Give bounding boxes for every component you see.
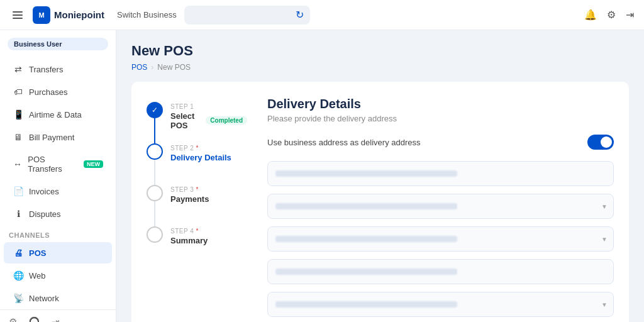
sidebar-item-pos[interactable]: 🖨 POS	[4, 242, 112, 264]
brand-name: Moniepoint	[54, 9, 104, 20]
step-1-label: STEP 1	[170, 103, 247, 110]
pos-icon: 🖨	[13, 248, 24, 258]
sidebar-item-disputes[interactable]: ℹ Disputes	[4, 203, 112, 225]
search-input[interactable]	[191, 11, 296, 19]
step-2-circle	[147, 143, 163, 160]
channels-label: Channels	[0, 225, 116, 242]
extra2-field[interactable]	[267, 292, 614, 317]
step-3-content: STEP 3 * Payments	[170, 185, 209, 226]
breadcrumb: POS › New POS	[131, 63, 629, 72]
step-1-name: Select POS	[170, 111, 199, 130]
stepper: ✓ STEP 1 Select POS Completed	[147, 97, 247, 322]
form-fields: ▼ ▼	[267, 161, 614, 317]
state-field-wrapper: ▼	[267, 194, 614, 219]
sidebar-item-web[interactable]: 🌐 Web	[4, 265, 112, 286]
main-content: New POS POS › New POS ✓ STEP 1 Sele	[116, 30, 644, 322]
step-3-name: Payments	[170, 194, 209, 204]
disputes-icon: ℹ	[13, 209, 24, 219]
step-3: STEP 3 * Payments	[147, 185, 247, 226]
page-title: New POS	[131, 43, 629, 59]
logo: M Moniepoint	[33, 6, 104, 24]
extra-field[interactable]	[267, 259, 614, 284]
search-bar[interactable]: ↻	[184, 6, 310, 25]
airtime-icon: 📱	[13, 109, 24, 119]
city-field[interactable]	[267, 226, 614, 252]
form-subtitle: Please provide the delivery address	[267, 114, 614, 123]
logout-icon[interactable]: ⇥	[626, 9, 634, 21]
user-badge: Business User	[8, 38, 108, 50]
step-2-name: Delivery Details	[170, 153, 231, 162]
extra-placeholder	[275, 269, 457, 275]
step-4-content: STEP 4 * Summary	[170, 226, 208, 245]
new-badge: NEW	[84, 160, 103, 168]
sidebar-item-invoices[interactable]: 📄 Invoices	[4, 180, 112, 202]
form-title: Delivery Details	[267, 97, 614, 111]
address-field[interactable]	[267, 161, 614, 186]
footer-headset-icon[interactable]: 🎧	[28, 316, 40, 322]
step-1-connector: ✓	[147, 102, 163, 143]
step-2-line	[154, 160, 155, 185]
step-1-badge: Completed	[206, 116, 247, 125]
navbar: M Moniepoint Switch Business ↻ 🔔 ⚙ ⇥	[0, 0, 644, 30]
hamburger-menu[interactable]	[10, 9, 25, 21]
breadcrumb-pos-link[interactable]: POS	[131, 63, 147, 72]
sidebar-footer: ⚙ 🎧 ⇥	[0, 309, 116, 322]
city-field-wrapper: ▼	[267, 226, 614, 252]
sidebar-item-bill-payment[interactable]: 🖥 Bill Payment	[4, 126, 112, 148]
step-4-name: Summary	[170, 236, 208, 245]
extra2-placeholder	[275, 301, 457, 308]
breadcrumb-current: New POS	[157, 63, 191, 72]
extra2-field-wrapper: ▼	[267, 292, 614, 317]
toggle-row: Use business address as delivery address	[267, 135, 614, 150]
step-1-content: STEP 1 Select POS Completed	[170, 102, 247, 143]
switch-business-button[interactable]: Switch Business	[117, 10, 177, 19]
bill-icon: 🖥	[13, 132, 24, 142]
sidebar-item-transfers[interactable]: ⇄ Transfers	[4, 58, 112, 80]
nav-icons: 🔔 ⚙ ⇥	[584, 9, 634, 21]
city-placeholder	[275, 236, 457, 242]
step-3-circle	[147, 185, 163, 201]
purchases-icon: 🏷	[13, 87, 24, 97]
step-2-content: STEP 2 * Delivery Details	[170, 143, 231, 185]
network-icon: 📡	[13, 293, 24, 303]
step-3-line	[154, 201, 155, 226]
address-placeholder	[275, 170, 457, 177]
breadcrumb-separator: ›	[151, 63, 153, 72]
step-3-label: STEP 3 *	[170, 186, 209, 193]
layout: Business User ⇄ Transfers 🏷 Purchases 📱 …	[0, 30, 644, 322]
step-2-label: STEP 2 *	[170, 145, 231, 152]
step-3-connector	[147, 185, 163, 226]
footer-gear-icon[interactable]: ⚙	[9, 316, 17, 322]
sidebar-item-purchases[interactable]: 🏷 Purchases	[4, 81, 112, 103]
logo-icon: M	[33, 6, 50, 24]
bell-icon[interactable]: 🔔	[584, 9, 597, 21]
sidebar-item-network[interactable]: 📡 Network	[4, 287, 112, 309]
step-4-connector	[147, 226, 163, 245]
sidebar-item-airtime[interactable]: 📱 Airtime & Data	[4, 104, 112, 125]
main-card: ✓ STEP 1 Select POS Completed	[131, 82, 629, 322]
step-4: STEP 4 * Summary	[147, 226, 247, 245]
form-area: Delivery Details Please provide the deli…	[267, 97, 614, 322]
sidebar-item-pos-transfers[interactable]: ↔ POS Transfers NEW	[4, 149, 112, 179]
step-4-label: STEP 4 *	[170, 228, 208, 235]
step-1: ✓ STEP 1 Select POS Completed	[147, 102, 247, 143]
footer-logout-icon[interactable]: ⇥	[52, 316, 60, 322]
step-1-line	[154, 118, 155, 143]
sidebar: Business User ⇄ Transfers 🏷 Purchases 📱 …	[0, 30, 116, 322]
pos-transfers-icon: ↔	[13, 159, 23, 169]
toggle-knob	[601, 136, 612, 148]
step-2: STEP 2 * Delivery Details	[147, 143, 247, 185]
toggle-label: Use business address as delivery address	[267, 138, 421, 147]
web-icon: 🌐	[13, 270, 24, 280]
business-address-toggle[interactable]	[587, 135, 614, 150]
state-placeholder	[275, 203, 457, 209]
step-1-circle: ✓	[147, 102, 163, 118]
step-2-connector	[147, 143, 163, 185]
state-field[interactable]	[267, 194, 614, 219]
invoices-icon: 📄	[13, 186, 24, 196]
refresh-icon[interactable]: ↻	[296, 9, 304, 21]
transfers-icon: ⇄	[13, 64, 24, 74]
gear-icon[interactable]: ⚙	[607, 9, 616, 21]
step-4-circle	[147, 226, 163, 243]
